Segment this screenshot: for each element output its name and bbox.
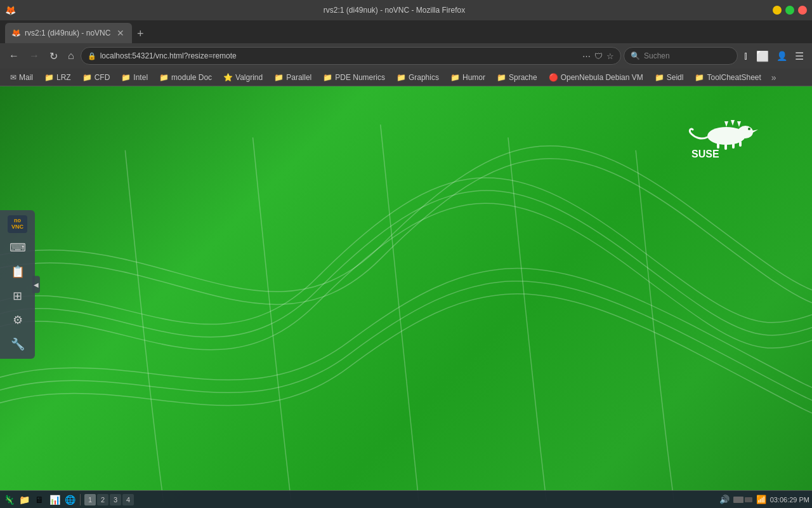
taskbar-separator (80, 494, 81, 505)
reload-button[interactable]: ↻ (46, 48, 62, 65)
lock-icon: 🔒 (88, 52, 96, 60)
bookmarks-icon[interactable]: ⫿ (740, 48, 752, 64)
folder-icon: 📁 (159, 73, 169, 82)
tab-close-button[interactable]: ✕ (115, 28, 126, 38)
tab-title: rvs2:1 (di49nuk) - noVNC (25, 29, 112, 37)
bookmark-graphics[interactable]: 📁 Graphics (391, 71, 444, 84)
network-icon: 📶 (756, 495, 766, 504)
search-icon: 🔍 (631, 51, 640, 60)
menu-button[interactable]: ☰ (792, 48, 807, 65)
bookmarks-bar: ✉ Mail 📁 LRZ 📁 CFD 📁 Intel 📁 module Doc … (0, 69, 812, 86)
novnc-clipboard-button[interactable]: 📋 (0, 260, 35, 284)
sidebar-icon[interactable]: ⬜ (753, 48, 772, 65)
svg-point-1 (738, 126, 753, 138)
workspace-1-button[interactable]: 1 (84, 494, 96, 505)
home-button[interactable]: ⌂ (64, 48, 78, 64)
novnc-keyboard-button[interactable]: ⌨ (0, 236, 35, 260)
maximize-button[interactable] (785, 6, 794, 15)
network-button[interactable]: 🌐 (63, 493, 76, 506)
bookmark-humor[interactable]: 📁 Humor (445, 71, 490, 84)
bookmark-humor-label: Humor (462, 73, 485, 82)
bookmark-toolcheatsheet-label: ToolCheatSheet (707, 73, 761, 82)
bookmark-parallel-label: Parallel (286, 73, 311, 82)
bookmark-opennebula[interactable]: 🔴 OpenNebula Debian VM (544, 71, 648, 84)
taskbar-right: 🔊 📶 03:06:29 PM (719, 495, 809, 504)
window-controls (773, 6, 807, 15)
toolbar-icons: ⫿ ⬜ 👤 ☰ (740, 48, 807, 65)
bookmark-pde-numerics-label: PDE Numerics (335, 73, 385, 82)
search-input[interactable] (644, 51, 726, 60)
novnc-logo: no VNC (8, 215, 27, 233)
novnc-collapse-button[interactable]: ◀ (32, 276, 40, 293)
svg-rect-6 (732, 142, 735, 149)
novnc-settings-button[interactable]: ⚙ (0, 308, 35, 332)
suse-logo: SUSE (679, 118, 774, 163)
svg-rect-5 (724, 144, 727, 150)
new-tab-button[interactable]: + (133, 25, 148, 43)
files-button[interactable]: 📁 (18, 493, 30, 506)
content-area: .wave { fill: none; stroke: rgba(255,255… (0, 86, 812, 508)
folder-icon: 📁 (450, 73, 460, 82)
bookmark-intel[interactable]: 📁 Intel (116, 71, 153, 84)
vnc-taskbar: 🦎 📁 🖥 📊 🌐 1 2 3 4 🔊 (0, 490, 812, 508)
bookmark-toolcheatsheet[interactable]: 📁 ToolCheatSheet (690, 71, 766, 84)
bookmark-cfd[interactable]: 📁 CFD (77, 71, 115, 84)
minimize-button[interactable] (773, 6, 782, 15)
address-icons: ⋯ 🛡 ☆ (582, 51, 614, 61)
bookmark-sprache[interactable]: 📁 Sprache (492, 71, 542, 84)
back-button[interactable]: ← (5, 48, 23, 64)
folder-icon: 📁 (121, 73, 131, 82)
star-icon: ⭐ (223, 73, 233, 82)
system-clock: 03:06:29 PM (770, 496, 809, 504)
folder-icon: 📁 (274, 73, 284, 82)
folder-icon: 📁 (695, 73, 704, 82)
taskbar-start: 🦎 📁 🖥 📊 🌐 (3, 493, 76, 506)
bookmark-lrz[interactable]: 📁 LRZ (39, 71, 76, 84)
title-bar: 🦊 rvs2:1 (di49nuk) - noVNC - Mozilla Fir… (0, 0, 812, 20)
pocket-button[interactable]: 🛡 (594, 51, 603, 61)
account-icon[interactable]: 👤 (773, 48, 790, 64)
terminal-button[interactable]: 🖥 (33, 493, 46, 506)
suse-chameleon-svg: SUSE (679, 118, 774, 163)
novnc-display-button[interactable]: ⊞ (0, 284, 35, 308)
folder-icon: 📁 (323, 73, 332, 82)
bookmark-module-doc-label: module Doc (171, 73, 212, 82)
bookmark-parallel[interactable]: 📁 Parallel (269, 71, 317, 84)
active-tab[interactable]: 🦊 rvs2:1 (di49nuk) - noVNC ✕ (5, 23, 132, 43)
tab-favicon: 🦊 (11, 29, 21, 37)
folder-icon: 📁 (82, 73, 92, 82)
more-button[interactable]: ⋯ (582, 51, 591, 61)
nav-bar: ← → ↻ ⌂ 🔒 localhost:54321/vnc.html?resiz… (0, 43, 812, 69)
browser-window: 🦊 rvs2:1 (di49nuk) - noVNC - Mozilla Fir… (0, 0, 812, 508)
novnc-tools-button[interactable]: 🔧 (0, 332, 35, 356)
svg-rect-4 (717, 142, 719, 149)
opennebula-icon: 🔴 (549, 73, 558, 82)
workspace-buttons: 1 2 3 4 (84, 494, 134, 505)
bookmark-module-doc[interactable]: 📁 module Doc (154, 71, 217, 84)
bookmark-valgrind[interactable]: ⭐ Valgrind (218, 71, 268, 84)
bookmark-seidl[interactable]: 📁 Seidl (650, 71, 689, 84)
monitor-button[interactable]: 📊 (48, 493, 61, 506)
firefox-favicon: 🦊 (5, 5, 16, 15)
bookmark-valgrind-label: Valgrind (235, 73, 263, 82)
star-button[interactable]: ☆ (606, 51, 614, 61)
bookmark-cfd-label: CFD (95, 73, 110, 82)
bookmark-mail[interactable]: ✉ Mail (5, 71, 38, 84)
svg-text:SUSE: SUSE (691, 149, 719, 159)
workspace-3-button[interactable]: 3 (110, 494, 121, 505)
vnc-desktop: .wave { fill: none; stroke: rgba(255,255… (0, 86, 812, 508)
bookmarks-more[interactable]: » (768, 70, 780, 84)
novnc-panel: no VNC ⌨ 📋 ⊞ ⚙ 🔧 ◀ (0, 210, 35, 359)
suse-menu-button[interactable]: 🦎 (3, 493, 15, 506)
bookmark-lrz-label: LRZ (56, 73, 71, 82)
bookmark-intel-label: Intel (133, 73, 148, 82)
workspace-2-button[interactable]: 2 (97, 494, 108, 505)
bookmark-pde-numerics[interactable]: 📁 PDE Numerics (318, 71, 390, 84)
forward-button[interactable]: → (25, 48, 43, 64)
bookmark-graphics-label: Graphics (409, 73, 439, 82)
search-bar[interactable]: 🔍 (624, 47, 738, 65)
workspace-4-button[interactable]: 4 (122, 494, 134, 505)
close-button[interactable] (798, 6, 807, 15)
address-bar[interactable]: 🔒 localhost:54321/vnc.html?resize=remote… (81, 47, 621, 65)
folder-icon: 📁 (44, 73, 54, 82)
